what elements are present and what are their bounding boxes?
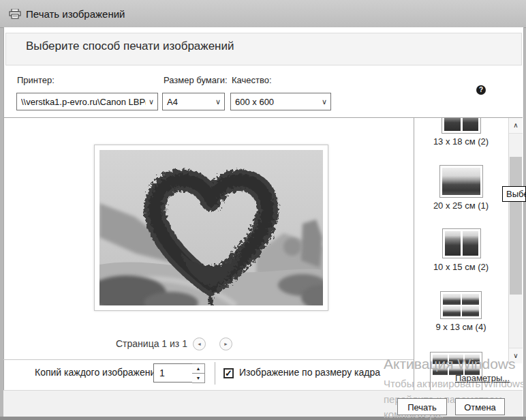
window-bottom-edge (0, 417, 526, 420)
arrow-right-icon: ► (223, 342, 228, 346)
layout-option-contact-sheet[interactable] (430, 352, 482, 390)
scroll-up-button[interactable]: ∧ (509, 118, 523, 134)
quality-select[interactable]: 600 x 600 ∨ (230, 93, 331, 110)
scrollbar-thumb[interactable] (510, 157, 522, 295)
thumbnail-image (443, 294, 479, 316)
triangle-up-icon: ▲ (196, 366, 201, 371)
layout-option-20x25[interactable] (439, 165, 483, 198)
title-bar: Печать изображений (0, 0, 526, 28)
layout-option-label: 13 x 18 см (2) (414, 136, 508, 147)
fit-checkbox[interactable]: ✓ (223, 368, 234, 378)
printer-select[interactable]: \\verstka1.p-evro.ru\Canon LBP( ∨ (16, 93, 158, 110)
thumbnail-image (433, 355, 480, 375)
paper-size-label: Размер бумаги: (164, 75, 228, 85)
layout-option-label: 20 x 25 см (1) (414, 200, 508, 211)
previous-page-button[interactable]: ◄ (193, 338, 206, 350)
layout-option-label: 9 x 13 см (4) (414, 322, 508, 332)
page-title: Выберите способ печати изображений (26, 40, 234, 53)
print-pictures-window: Печать изображений Выберите способ печат… (0, 0, 526, 420)
layout-option-10x15[interactable] (442, 228, 481, 258)
print-preview-page (94, 145, 328, 311)
options-link[interactable]: Параметры... (455, 373, 510, 383)
help-icon[interactable]: ? (476, 85, 486, 95)
thumbnail-image (444, 118, 478, 131)
printer-icon (9, 9, 21, 19)
triangle-down-icon: ▼ (196, 376, 201, 380)
check-icon: ✓ (225, 370, 232, 377)
layout-options-panel: 13 x 18 см (2) 20 x 25 см (1) 10 x 15 см… (414, 118, 508, 390)
layout-option-13x18[interactable] (442, 118, 481, 134)
quality-label: Качество: (232, 75, 272, 85)
layout-option-label: 10 x 15 см (2) (414, 262, 508, 272)
chevron-up-icon: ∧ (513, 121, 518, 129)
stepper-up-button[interactable]: ▲ (192, 363, 205, 374)
quality-value: 600 x 600 (235, 97, 274, 107)
copies-label: Копий каждого изображения: (35, 367, 164, 378)
scroll-down-button[interactable]: ∨ (509, 348, 523, 363)
chevron-down-icon: ∨ (319, 97, 330, 106)
window-title: Печать изображений (26, 0, 125, 27)
copies-input[interactable] (153, 363, 193, 382)
print-button[interactable]: Печать (397, 398, 447, 415)
layout-tooltip: Выбе (502, 186, 526, 202)
paper-size-value: A4 (167, 97, 178, 107)
next-page-button[interactable]: ► (219, 338, 232, 350)
chevron-down-icon: ∨ (213, 97, 224, 106)
copies-stepper: ▲ ▼ (192, 363, 205, 382)
layout-panel-scrollbar[interactable]: ∧ ∨ (508, 118, 523, 363)
printer-label: Принтер: (17, 75, 55, 85)
preview-photo-heart-topiary (99, 150, 323, 305)
thumbnail-image (442, 168, 480, 195)
chevron-down-icon: ∨ (513, 352, 518, 359)
arrow-left-icon: ◄ (197, 342, 202, 346)
page-status: Страница 1 из 1 (116, 338, 187, 349)
copies-divider (3, 359, 414, 360)
paper-size-select[interactable]: A4 ∨ (162, 93, 225, 110)
chevron-down-icon: ∨ (146, 97, 157, 106)
stepper-down-button[interactable]: ▼ (192, 374, 205, 383)
cancel-button[interactable]: Отмена (455, 398, 505, 415)
thumbnail-image (445, 231, 478, 256)
layout-option-9x13[interactable] (440, 291, 482, 319)
printer-value: \\verstka1.p-evro.ru\Canon LBP( (21, 97, 146, 107)
fit-checkbox-label[interactable]: Изображение по размеру кадра (239, 367, 380, 378)
copies-separator (215, 362, 215, 385)
